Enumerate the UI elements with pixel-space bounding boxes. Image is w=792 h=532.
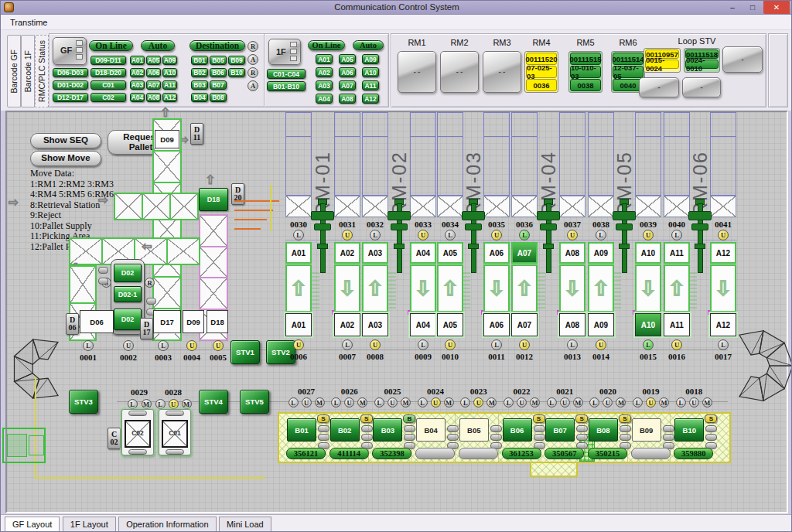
gf-a-chip-A11[interactable]: A11: [162, 80, 177, 90]
lane-top-A05[interactable]: A05: [437, 242, 463, 264]
lane-top-A01[interactable]: A01: [285, 242, 312, 264]
gf-dest-chip-D09-D11[interactable]: D09-D11: [90, 56, 126, 65]
f1-chip-B01-B10[interactable]: B01-B10: [267, 81, 306, 91]
f1-a-chip-A08[interactable]: A08: [339, 94, 356, 104]
gf-dest-chip-D06-D03[interactable]: D06-D03: [53, 68, 88, 77]
gf-a-chip-A04[interactable]: A04: [130, 93, 145, 102]
cell-d02[interactable]: D02: [114, 309, 142, 330]
f1-a-chip-A12[interactable]: A12: [362, 94, 379, 104]
lane-bottom-A09[interactable]: A09: [588, 313, 614, 336]
f1-a-chip-A03[interactable]: A03: [316, 80, 333, 90]
gf-b-chip-B10[interactable]: B10: [228, 68, 245, 77]
maximize-button[interactable]: □: [743, 1, 762, 14]
lane-bottom-A05[interactable]: A05: [437, 313, 463, 336]
cell-D17[interactable]: D17: [153, 310, 181, 333]
lane-top-A06[interactable]: A06: [483, 242, 510, 264]
f1-a-chip-A07[interactable]: A07: [339, 80, 356, 90]
cell-d18[interactable]: D18: [199, 188, 228, 211]
lane-bottom-A07[interactable]: A07: [511, 313, 538, 336]
cell-D18[interactable]: D18: [207, 310, 228, 333]
gf-mode-badge-R-2[interactable]: R: [248, 67, 258, 78]
rm-unit-RM4[interactable]: 0011152007-025-030036: [524, 51, 558, 93]
b-cell-B08[interactable]: B08: [589, 418, 618, 442]
rm-unit-RM2[interactable]: - -: [440, 51, 479, 93]
gf-b-chip-B06[interactable]: B06: [210, 68, 227, 77]
lane-bottom-A04[interactable]: A04: [410, 313, 436, 336]
gf-b-chip-B07[interactable]: B07: [210, 80, 227, 90]
tab-operation-information[interactable]: Operation Information: [118, 517, 216, 532]
rm-unit-RM5[interactable]: 0011151510-010-030038: [568, 51, 603, 93]
side-tab-barcode-1f[interactable]: Barcode 1F: [21, 35, 35, 107]
lane-top-A11[interactable]: A11: [664, 242, 690, 264]
gf-dest-chip-D18-D20[interactable]: D18-D20: [90, 68, 126, 77]
gf-a-chip-A01[interactable]: A01: [130, 56, 145, 65]
f1-auto-button[interactable]: Auto: [353, 40, 384, 50]
gf-mode-badge-A-1[interactable]: A: [248, 54, 258, 65]
b-cell-B06[interactable]: B06: [503, 418, 532, 442]
b-cell-B05[interactable]: B05: [459, 418, 489, 442]
gf-mode-badge-R-0[interactable]: R: [248, 41, 258, 52]
gf-a-chip-A10[interactable]: A10: [162, 68, 177, 77]
stv-unit-STV4[interactable]: STV4: [199, 390, 228, 414]
b-cell-B03[interactable]: B03: [373, 418, 402, 442]
stv-unit-STV1[interactable]: STV1: [230, 340, 260, 364]
tab-mini-load[interactable]: Mini Load: [219, 517, 271, 532]
lane-bottom-A03[interactable]: A03: [362, 313, 388, 336]
gf-a-chip-A03[interactable]: A03: [130, 80, 145, 90]
rm-unit-RM1[interactable]: - -: [398, 51, 436, 93]
loop-stv-unit-4[interactable]: -: [682, 77, 721, 97]
minimize-button[interactable]: –: [723, 1, 742, 14]
b-cell-B10[interactable]: B10: [674, 418, 704, 442]
f1-a-chip-A04[interactable]: A04: [316, 94, 333, 104]
gf-dest-chip-D12-D17[interactable]: D12-D17: [53, 93, 88, 102]
b-cell-B01[interactable]: B01: [287, 418, 316, 442]
rm-unit-RM3[interactable]: - -: [483, 51, 521, 93]
loop-stv-unit-0[interactable]: 001109570015-0024: [644, 48, 681, 73]
tab-gf-layout[interactable]: GF Layout: [5, 517, 60, 532]
lane-top-A10[interactable]: A10: [635, 242, 661, 264]
gf-a-chip-A02[interactable]: A02: [130, 68, 145, 77]
gf-a-chip-A05[interactable]: A05: [146, 56, 161, 65]
gf-a-chip-A12[interactable]: A12: [162, 93, 177, 102]
gf-a-chip-A09[interactable]: A09: [162, 56, 177, 65]
f1-a-chip-A09[interactable]: A09: [362, 54, 379, 64]
stv-unit-STV5[interactable]: STV5: [240, 390, 269, 414]
cell-d02-1[interactable]: D02-1: [114, 286, 142, 302]
cell-D06[interactable]: D06: [80, 310, 114, 333]
gf-b-chip-B03[interactable]: B03: [191, 80, 208, 90]
lane-top-A08[interactable]: A08: [559, 242, 585, 264]
cell-D09[interactable]: D09: [183, 310, 204, 333]
gf-b-chip-B05[interactable]: B05: [210, 56, 227, 65]
show-move-button[interactable]: Show Move: [30, 151, 101, 166]
lane-top-A03[interactable]: A03: [362, 242, 388, 264]
gf-mode-badge-A-3[interactable]: A: [248, 80, 258, 91]
gf-a-chip-A07[interactable]: A07: [146, 80, 161, 90]
gf-destination-button[interactable]: Destination: [189, 40, 245, 51]
lane-bottom-A11[interactable]: A11: [664, 313, 690, 336]
tab-1f-layout[interactable]: 1F Layout: [63, 517, 116, 532]
loop-stv-unit-1[interactable]: 001115180024-0010: [684, 48, 720, 73]
lane-top-A04[interactable]: A04: [410, 242, 436, 264]
lane-top-A02[interactable]: A02: [334, 242, 360, 264]
lane-bottom-A10[interactable]: A10: [635, 313, 661, 336]
f1-a-chip-A02[interactable]: A02: [316, 67, 333, 77]
gf-online-button[interactable]: On Line: [89, 40, 133, 51]
lane-bottom-A01[interactable]: A01: [285, 313, 312, 336]
loop-stv-unit-2[interactable]: -: [722, 46, 763, 73]
f1-a-chip-A01[interactable]: A01: [316, 54, 333, 64]
lane-bottom-A06[interactable]: A06: [483, 313, 510, 336]
b-cell-B02[interactable]: B02: [330, 418, 360, 442]
side-tab-rmc-plc-status[interactable]: RMC/PLC Status: [35, 35, 49, 107]
f1-a-chip-A05[interactable]: A05: [339, 54, 356, 64]
gf-a-chip-A08[interactable]: A08: [146, 93, 161, 102]
lane-top-A09[interactable]: A09: [588, 242, 614, 264]
f1-chip-C01-C04[interactable]: C01-C04: [267, 69, 306, 79]
cell-d09-top[interactable]: D09: [155, 130, 179, 148]
gf-dest-chip-C01[interactable]: C01: [90, 80, 126, 90]
gf-b-chip-B08[interactable]: B08: [210, 93, 227, 102]
gf-auto-button[interactable]: Auto: [141, 40, 175, 51]
f1-a-chip-A06[interactable]: A06: [339, 67, 356, 77]
gf-dest-chip-C02[interactable]: C02: [90, 93, 126, 102]
b-cell-B07[interactable]: B07: [545, 418, 575, 442]
show-seq-button[interactable]: Show SEQ: [30, 133, 101, 148]
